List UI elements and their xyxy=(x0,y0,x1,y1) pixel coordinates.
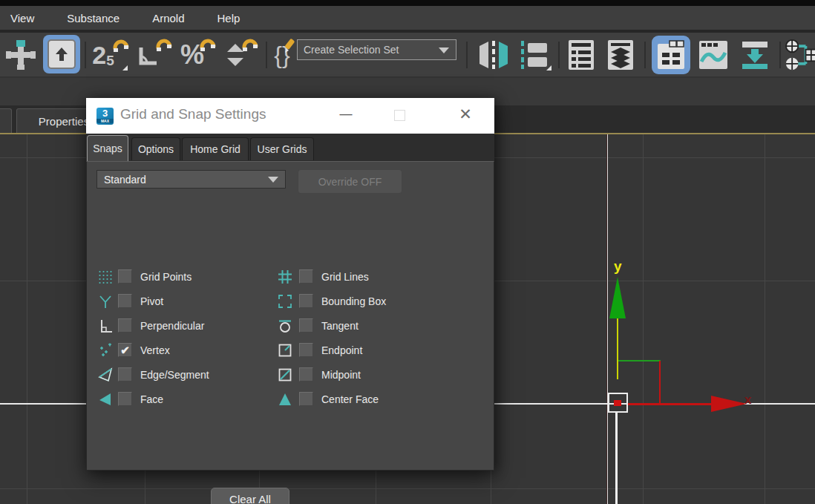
toggle-panel-dock-button[interactable] xyxy=(736,33,773,76)
menu-help[interactable]: Help xyxy=(207,12,251,24)
tangent-icon xyxy=(277,318,293,334)
snap-item-label: Endpoint xyxy=(321,344,362,356)
named-selection-sets-dropdown[interactable]: Create Selection Set xyxy=(297,39,456,60)
clear-all-button[interactable]: Clear All xyxy=(211,488,289,504)
menu-view[interactable]: View xyxy=(0,12,45,24)
application-window: y x View Substance Arnold Help xyxy=(0,0,815,504)
x-axis-arrow xyxy=(711,396,747,412)
grid-y-axis-line xyxy=(606,134,608,504)
center-face-icon xyxy=(277,391,293,408)
percent-snap-toggle-button[interactable]: % xyxy=(177,33,220,76)
minimize-button[interactable]: — xyxy=(336,104,356,125)
close-button[interactable]: ✕ xyxy=(454,102,477,126)
scene-explorer-icon xyxy=(566,39,596,71)
tab-snaps[interactable]: Snaps xyxy=(87,135,128,161)
toggle-layer-explorer-button[interactable] xyxy=(603,33,638,76)
down-arrow-bar-icon xyxy=(739,39,770,71)
y-axis-label: y xyxy=(614,258,622,275)
snap-item-label: Midpoint xyxy=(321,369,361,381)
curve-editor-button[interactable] xyxy=(695,33,732,76)
toggle-ribbon-button[interactable] xyxy=(652,36,690,74)
maximize-button[interactable] xyxy=(394,110,405,121)
midpoint-icon xyxy=(277,367,293,383)
panel-tab-label: Properties xyxy=(39,115,89,128)
dialog-body: Standard Override OFF Grid Points Grid L… xyxy=(86,161,494,471)
panel-tab-partial[interactable]: n xyxy=(0,108,12,133)
selection-set-value: Create Selection Set xyxy=(304,44,399,56)
override-off-button[interactable]: Override OFF xyxy=(298,169,402,194)
key-icon xyxy=(48,39,76,69)
align-button[interactable] xyxy=(515,33,554,76)
midpoint-checkbox[interactable] xyxy=(299,367,313,382)
grid-lines-icon xyxy=(277,269,293,285)
flyout-triangle xyxy=(122,65,128,71)
magnet-icon xyxy=(111,38,131,57)
magnet-icon xyxy=(198,37,217,56)
dialog-title-bar[interactable]: 3 MAX Grid and Snap Settings — ✕ xyxy=(86,98,494,134)
flyout-triangle xyxy=(546,65,551,71)
grid-line xyxy=(27,134,27,504)
toolbar-divider xyxy=(466,42,468,68)
chevron-down-icon xyxy=(439,48,449,53)
grid-line xyxy=(0,488,815,489)
y-axis-shaft xyxy=(617,310,618,379)
gizmo-green-segment xyxy=(618,360,661,361)
snap-type-dropdown[interactable]: Standard xyxy=(96,170,286,189)
schematic-view-icon xyxy=(785,38,815,72)
tangent-checkbox[interactable] xyxy=(299,318,313,333)
keyboard-shortcut-override-toggle[interactable] xyxy=(43,35,80,73)
chevron-down-icon xyxy=(268,177,278,183)
grid-lines-checkbox[interactable] xyxy=(299,269,313,284)
schematic-view-button[interactable] xyxy=(785,33,815,76)
toolbar-divider xyxy=(558,42,560,68)
main-toolbar: 25 % xyxy=(0,33,815,76)
grid-and-snap-settings-dialog: 3 MAX Grid and Snap Settings — ✕ Snaps O… xyxy=(86,98,494,471)
grid-line xyxy=(765,134,765,504)
angle-snap-toggle-button[interactable] xyxy=(136,33,174,76)
magnet-icon xyxy=(154,37,174,56)
grid-line xyxy=(643,134,644,504)
magnet-icon xyxy=(240,37,260,56)
toggle-scene-explorer-button[interactable] xyxy=(564,33,598,76)
y-axis-arrow xyxy=(609,277,626,318)
grid-axis-line-bright xyxy=(615,413,618,504)
dialog-title: Grid and Snap Settings xyxy=(120,106,266,122)
snap-item-label: Grid Lines xyxy=(321,271,369,283)
snap-item-label: Tangent xyxy=(321,320,359,332)
curve-editor-icon xyxy=(698,39,729,71)
spinner-snap-toggle-button[interactable] xyxy=(223,33,263,76)
menu-arnold[interactable]: Arnold xyxy=(142,12,194,24)
endpoint-checkbox[interactable] xyxy=(299,343,313,357)
snap-type-value: Standard xyxy=(104,174,146,186)
x-axis-shaft xyxy=(628,403,711,405)
mirror-icon xyxy=(477,40,511,70)
toolbar-divider xyxy=(779,42,781,68)
dialog-tab-bar: Snaps Options Home Grid User Grids xyxy=(86,134,494,161)
menu-bar: View Substance Arnold Help xyxy=(0,6,815,30)
bounding-box-checkbox[interactable] xyxy=(299,294,313,308)
toolbar-divider xyxy=(266,42,267,68)
mirror-button[interactable] xyxy=(474,33,514,76)
snap-item-label: Bounding Box xyxy=(321,295,386,307)
tab-options[interactable]: Options xyxy=(131,137,180,160)
3ds-max-logo-icon: 3 MAX xyxy=(96,108,114,125)
endpoint-icon xyxy=(277,342,293,359)
center-face-checkbox[interactable] xyxy=(299,392,313,406)
tab-user-grids[interactable]: User Grids xyxy=(250,137,314,160)
tab-home-grid[interactable]: Home Grid xyxy=(182,137,249,160)
ribbon-icon xyxy=(656,39,686,71)
pencil-icon xyxy=(281,38,298,54)
origin-point xyxy=(614,400,621,406)
snap-toggle-2-5d-button[interactable]: 25 xyxy=(90,33,133,76)
toolbar-divider xyxy=(644,42,646,68)
menu-substance[interactable]: Substance xyxy=(56,12,130,24)
toolbar-divider xyxy=(85,42,86,68)
gizmo-red-segment xyxy=(659,361,661,404)
snap-2-glyph: 2 xyxy=(92,42,106,68)
x-axis-label: x xyxy=(744,393,751,408)
window-top-strip xyxy=(0,0,815,6)
bounding-box-icon xyxy=(277,293,293,310)
layer-explorer-icon xyxy=(606,39,635,71)
up-arrow-icon xyxy=(53,46,70,62)
select-and-manipulate-button[interactable] xyxy=(3,33,39,76)
